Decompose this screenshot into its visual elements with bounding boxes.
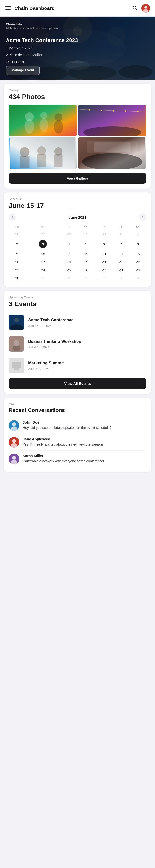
svg-point-21 bbox=[40, 118, 49, 132]
calendar-day-cell[interactable]: 12 bbox=[77, 250, 95, 258]
calendar-day-cell[interactable]: 18 bbox=[60, 258, 77, 266]
gallery-photo-4[interactable] bbox=[78, 137, 146, 169]
calendar-week-row: 9101112131415 bbox=[9, 250, 146, 258]
calendar-day-cell[interactable]: 1 bbox=[26, 274, 60, 282]
chat-avatar-jane bbox=[9, 437, 20, 447]
calendar-day-cell[interactable]: 20 bbox=[95, 258, 113, 266]
view-all-events-button[interactable]: View All Events bbox=[9, 378, 146, 389]
gallery-title: 434 Photos bbox=[9, 93, 146, 101]
calendar-day-cell[interactable]: 25 bbox=[60, 266, 77, 274]
view-gallery-button[interactable]: View Gallery bbox=[9, 173, 146, 184]
calendar-day-cell[interactable]: 1 bbox=[129, 230, 146, 238]
gallery-photo-3[interactable] bbox=[9, 137, 77, 169]
chat-message-sarah: Can't wait to network with everyone at t… bbox=[23, 459, 146, 464]
events-list: Acme Tech Conference Juin 15-17, 2024 De… bbox=[9, 312, 146, 376]
event-info-3: Marketing Summit Août 5-7, 2024 bbox=[28, 361, 146, 370]
weekday-tu: Tu bbox=[60, 224, 77, 230]
calendar-day-cell[interactable]: 28 bbox=[60, 230, 77, 238]
calendar-day-cell[interactable]: 7 bbox=[113, 238, 129, 250]
event-date-3: Août 5-7, 2024 bbox=[28, 367, 146, 371]
calendar-day-cell[interactable]: 6 bbox=[129, 274, 146, 282]
gallery-grid bbox=[9, 104, 146, 169]
calendar-day-cell[interactable]: 10 bbox=[26, 250, 60, 258]
event-name-3: Marketing Summit bbox=[28, 361, 146, 366]
calendar-day-cell[interactable]: 27 bbox=[26, 230, 60, 238]
chat-item[interactable]: John Doe Hey, did you see the latest upd… bbox=[9, 417, 146, 434]
hamburger-menu-button[interactable] bbox=[5, 5, 11, 12]
calendar-day-cell[interactable]: 31 bbox=[113, 230, 129, 238]
calendar-day-cell[interactable]: 19 bbox=[77, 258, 95, 266]
calendar-day-cell[interactable]: 22 bbox=[129, 258, 146, 266]
calendar-day-cell[interactable]: 15 bbox=[129, 250, 146, 258]
bottom-spacer bbox=[0, 476, 155, 483]
calendar-day-cell[interactable]: 26 bbox=[77, 266, 95, 274]
calendar-day-cell[interactable]: 4 bbox=[95, 274, 113, 282]
chat-name-jane: Jane Appleseed bbox=[23, 437, 146, 441]
calendar-day-cell[interactable]: 5 bbox=[77, 238, 95, 250]
calendar-day-cell[interactable]: 13 bbox=[95, 250, 113, 258]
calendar-day-cell[interactable]: 16 bbox=[9, 258, 26, 266]
calendar-day-cell[interactable]: 24 bbox=[26, 266, 60, 274]
svg-rect-1 bbox=[5, 8, 11, 8]
upcoming-events-card: Upcoming Events 3 Events Acme Tech Confe… bbox=[4, 291, 151, 394]
calendar-day-cell[interactable]: 27 bbox=[95, 266, 113, 274]
calendar-day-cell[interactable]: 5 bbox=[113, 274, 129, 282]
calendar-day-cell[interactable]: 2 bbox=[9, 238, 26, 250]
calendar-day-cell[interactable]: 21 bbox=[113, 258, 129, 266]
chat-item[interactable]: Sarah Miller Can't wait to network with … bbox=[9, 451, 146, 467]
chat-list: John Doe Hey, did you see the latest upd… bbox=[9, 417, 146, 467]
calendar-table: Su Mo Tu We Th Fr Sa 2627282930311234567… bbox=[9, 224, 146, 282]
svg-rect-52 bbox=[14, 368, 19, 370]
calendar-day-cell[interactable]: 11 bbox=[60, 250, 77, 258]
calendar-day-cell[interactable]: 2 bbox=[60, 274, 77, 282]
calendar-prev-button[interactable]: ‹ bbox=[9, 214, 16, 221]
avatar[interactable] bbox=[142, 4, 150, 12]
calendar-day-cell[interactable]: 8 bbox=[129, 238, 146, 250]
event-thumb-art-1 bbox=[9, 315, 24, 330]
event-date-1: Juin 15-17, 2024 bbox=[28, 324, 146, 328]
calendar-day-cell[interactable]: 28 bbox=[113, 266, 129, 274]
calendar-day-cell[interactable]: 17 bbox=[26, 258, 60, 266]
calendar-day-cell[interactable]: 23 bbox=[9, 266, 26, 274]
gallery-photo-1[interactable] bbox=[9, 104, 77, 136]
event-name-1: Acme Tech Conference bbox=[28, 317, 146, 323]
event-thumb-art-3 bbox=[9, 358, 24, 373]
calendar-week-row: 16171819202122 bbox=[9, 258, 146, 266]
chat-name-sarah: Sarah Miller bbox=[23, 454, 146, 458]
chat-avatar-john bbox=[9, 420, 20, 431]
event-thumb-1 bbox=[9, 315, 24, 330]
calendar-day-cell[interactable]: 14 bbox=[113, 250, 129, 258]
calendar-day-cell[interactable]: 30 bbox=[9, 274, 26, 282]
svg-point-33 bbox=[20, 147, 30, 157]
calendar-day-cell[interactable]: 3 bbox=[26, 238, 60, 250]
event-item[interactable]: Design Thinking Workshop Juillet 10, 202… bbox=[9, 333, 146, 355]
hero-event-address-2: 75017 Paris bbox=[6, 59, 149, 65]
svg-point-37 bbox=[55, 147, 63, 156]
svg-point-19 bbox=[25, 119, 34, 134]
event-item[interactable]: Marketing Summit Août 5-7, 2024 bbox=[9, 355, 146, 376]
calendar-navigation: ‹ June 2024 › bbox=[9, 214, 146, 221]
gallery-photo-2[interactable] bbox=[78, 104, 146, 136]
svg-point-30 bbox=[137, 111, 138, 112]
calendar-day-cell[interactable]: 4 bbox=[60, 238, 77, 250]
calendar-day-cell[interactable]: 26 bbox=[9, 230, 26, 238]
event-info-2: Design Thinking Workshop Juillet 10, 202… bbox=[28, 339, 146, 349]
calendar-today: 3 bbox=[39, 240, 47, 248]
event-name-2: Design Thinking Workshop bbox=[28, 339, 146, 344]
calendar-day-cell[interactable]: 3 bbox=[77, 274, 95, 282]
chat-item[interactable]: Jane Appleseed Yes, I'm really excited a… bbox=[9, 434, 146, 451]
calendar-day-cell[interactable]: 9 bbox=[9, 250, 26, 258]
calendar-day-cell[interactable]: 29 bbox=[129, 266, 146, 274]
calendar-day-cell[interactable]: 30 bbox=[95, 230, 113, 238]
svg-point-35 bbox=[37, 147, 46, 155]
calendar-next-button[interactable]: › bbox=[139, 214, 146, 221]
search-button[interactable] bbox=[132, 5, 138, 12]
manage-event-button[interactable]: Manage Event bbox=[6, 66, 40, 75]
event-item[interactable]: Acme Tech Conference Juin 15-17, 2024 bbox=[9, 312, 146, 333]
chat-label: Chat bbox=[9, 403, 146, 406]
calendar-day-cell[interactable]: 6 bbox=[95, 238, 113, 250]
svg-point-27 bbox=[101, 110, 102, 111]
gallery-img-2-art bbox=[78, 104, 146, 136]
hero-event-date: June 15-17, 2023 bbox=[6, 45, 149, 51]
calendar-day-cell[interactable]: 29 bbox=[77, 230, 95, 238]
